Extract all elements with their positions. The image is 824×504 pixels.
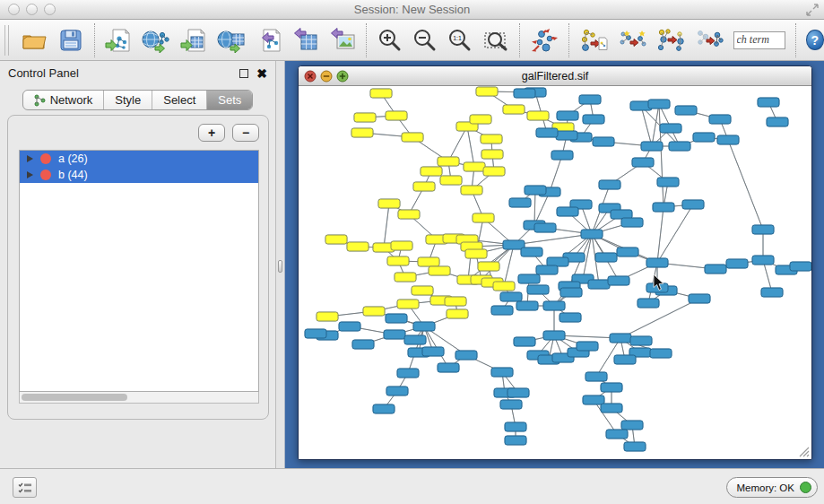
search-input[interactable] — [733, 31, 785, 49]
new-network-from-selection-icon — [579, 27, 608, 54]
toolbar-separator — [94, 23, 95, 57]
set-label: a (26) — [58, 152, 88, 165]
main-toolbar: 1:1 — [0, 20, 824, 61]
control-panel-title: Control Panel — [8, 66, 79, 80]
fullscreen-icon[interactable] — [806, 4, 819, 16]
toolbar-grip — [4, 25, 9, 56]
network-canvas[interactable] — [299, 86, 811, 459]
zoom-in-button[interactable] — [377, 24, 402, 56]
network-frame-title: galFiltered.sif — [299, 70, 811, 83]
expand-triangle-icon[interactable] — [27, 155, 33, 162]
zoom-actual-icon: 1:1 — [447, 28, 472, 53]
network-tab-icon — [34, 94, 46, 107]
import-table-file-icon — [180, 28, 207, 53]
set-label: b (44) — [58, 169, 88, 181]
zoom-fit-selected-button[interactable] — [482, 24, 509, 56]
control-panel-header: Control Panel ✖ — [0, 61, 275, 85]
toolbar-separator — [519, 23, 520, 57]
memory-ok-dot — [800, 482, 811, 493]
task-list-icon — [18, 482, 32, 494]
set-row-a[interactable]: a (26) — [20, 151, 258, 167]
toolbar-separator — [795, 23, 796, 57]
export-image-button[interactable] — [329, 24, 356, 56]
new-network-from-selection-button[interactable] — [579, 24, 608, 56]
network-svg — [299, 86, 811, 459]
sets-panel: + − a (26) b (44) — [7, 115, 269, 420]
svg-text:1:1: 1:1 — [454, 35, 463, 41]
import-table-web-button[interactable] — [217, 24, 246, 56]
tab-select[interactable]: Select — [152, 91, 207, 109]
set-color-dot — [40, 169, 51, 180]
window-title: Session: New Session — [0, 3, 824, 16]
remove-set-button[interactable]: − — [232, 124, 259, 142]
export-table-button[interactable] — [292, 24, 319, 56]
sets-list: a (26) b (44) — [19, 150, 259, 392]
hide-selected-button[interactable] — [695, 24, 724, 56]
task-history-button[interactable] — [13, 477, 37, 498]
export-image-icon — [329, 28, 356, 53]
float-panel-icon[interactable] — [239, 69, 248, 78]
tab-sets[interactable]: Sets — [207, 91, 252, 109]
apply-layout-icon — [530, 27, 559, 54]
control-panel: Control Panel ✖ Network Style Select — [0, 61, 276, 468]
help-question-icon: ? — [811, 33, 819, 48]
first-neighbors-icon — [656, 27, 685, 54]
hide-selected-icon — [695, 27, 724, 54]
resize-grip-icon[interactable] — [797, 445, 810, 457]
memory-status-badge[interactable]: Memory: OK — [726, 477, 818, 498]
desktop-pane: galFiltered.sif — [285, 61, 824, 468]
status-bar: Memory: OK — [0, 468, 824, 504]
import-table-file-button[interactable] — [180, 24, 207, 56]
network-frame-titlebar[interactable]: galFiltered.sif — [299, 66, 811, 86]
help-button[interactable]: ? — [806, 30, 824, 50]
zoom-actual-size-button[interactable]: 1:1 — [447, 24, 472, 56]
zoom-in-icon — [377, 28, 402, 53]
network-frame[interactable]: galFiltered.sif — [298, 65, 812, 460]
open-session-button[interactable] — [21, 24, 48, 56]
mouse-cursor — [653, 274, 664, 291]
close-panel-icon[interactable]: ✖ — [256, 69, 267, 78]
control-panel-tabs: Network Style Select Sets — [0, 90, 275, 110]
save-session-button[interactable] — [57, 24, 84, 56]
import-network-file-button[interactable] — [105, 24, 132, 56]
export-network-icon — [256, 28, 282, 53]
splitter-handle[interactable] — [278, 260, 282, 273]
frame-maximize-icon[interactable] — [336, 70, 349, 83]
expand-triangle-icon[interactable] — [27, 171, 33, 178]
new-network-selected-edges-button[interactable] — [618, 24, 646, 56]
open-folder-icon — [21, 29, 48, 52]
new-network-selected-edges-icon — [618, 27, 646, 54]
set-color-dot — [40, 153, 51, 164]
memory-label: Memory: OK — [736, 482, 794, 493]
import-table-web-icon — [217, 28, 246, 53]
import-network-file-icon — [105, 28, 132, 53]
import-network-web-button[interactable] — [142, 24, 170, 56]
zoom-fit-icon — [482, 28, 509, 53]
toolbar-separator — [568, 23, 569, 57]
add-set-button[interactable]: + — [198, 124, 225, 142]
tab-network[interactable]: Network — [23, 91, 105, 109]
toolbar-separator — [366, 23, 367, 57]
tab-style[interactable]: Style — [104, 91, 152, 109]
scrollbar-thumb[interactable] — [22, 394, 127, 401]
export-table-icon — [292, 28, 319, 53]
search-field-wrap — [733, 31, 785, 49]
panel-splitter[interactable] — [276, 61, 285, 468]
zoom-out-icon — [412, 28, 437, 53]
main-titlebar: Session: New Session — [0, 0, 824, 20]
first-neighbors-button[interactable] — [656, 24, 685, 56]
import-network-web-icon — [142, 28, 170, 53]
sets-horizontal-scrollbar[interactable] — [19, 392, 259, 404]
frame-close-icon[interactable] — [304, 70, 317, 83]
apply-layout-button[interactable] — [530, 24, 559, 56]
export-network-button[interactable] — [256, 24, 282, 56]
frame-minimize-icon[interactable] — [320, 70, 333, 83]
save-floppy-icon — [59, 29, 82, 52]
zoom-out-button[interactable] — [412, 24, 437, 56]
set-row-b[interactable]: b (44) — [20, 167, 258, 183]
